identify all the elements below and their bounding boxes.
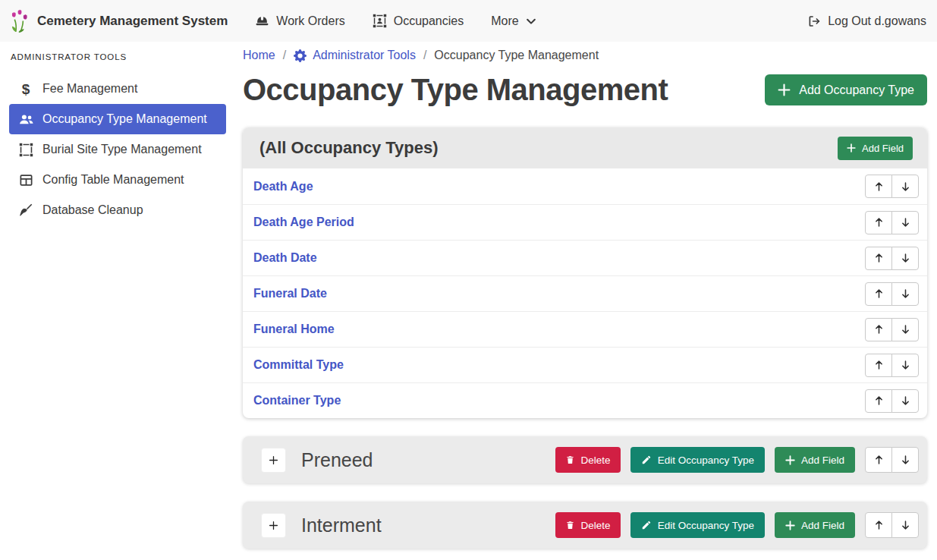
arrow-down-icon [901,360,910,370]
reorder-group [865,211,919,234]
add-field-label: Add Field [801,455,844,466]
trash-icon [565,455,575,465]
arrow-down-icon [901,253,910,263]
sidebar-item-label: Fee Management [42,82,137,96]
add-field-button[interactable]: Add Field [775,447,855,473]
reorder-group [865,389,919,413]
all-occupancy-types-header: (All Occupancy Types) Add Field [243,127,927,168]
move-up-button[interactable] [865,447,892,473]
broom-icon [15,203,36,218]
add-occupancy-type-label: Add Occupancy Type [799,83,914,97]
arrow-up-icon [874,181,884,192]
field-link-funeral-home[interactable]: Funeral Home [253,322,335,336]
plus-icon [785,455,795,465]
move-down-button[interactable] [891,447,919,473]
breadcrumb: Home / Administrator Tools / Occupancy T… [243,49,927,62]
field-link-death-age-period[interactable]: Death Age Period [253,216,354,229]
move-up-button[interactable] [865,211,892,234]
arrow-down-icon [901,217,910,228]
field-link-death-age[interactable]: Death Age [253,180,313,193]
arrow-down-icon [901,520,910,530]
field-row: Container Type [243,382,927,418]
occupancy-type-section-interment: Interment Delete Edit Occupancy Type Add… [243,502,927,549]
move-down-button[interactable] [891,512,919,538]
sidebar-item-label: Occupancy Type Management [42,112,207,126]
delete-label: Delete [581,520,611,531]
delete-button[interactable]: Delete [555,447,621,473]
section-title: Interment [301,514,546,536]
hard-hat-icon [255,14,269,28]
arrow-up-icon [874,288,884,299]
move-down-button[interactable] [891,282,919,306]
nav-work-orders-label: Work Orders [276,14,344,28]
field-link-funeral-date[interactable]: Funeral Date [253,287,327,300]
gear-icon [294,49,307,62]
add-field-button[interactable]: Add Field [775,512,855,538]
add-occupancy-type-button[interactable]: Add Occupancy Type [765,74,927,105]
sidebar-item-database-cleanup[interactable]: Database Cleanup [9,195,226,225]
reorder-group [865,354,919,377]
field-row: Death Age Period [243,204,927,240]
move-up-button[interactable] [865,354,892,377]
edit-occupancy-type-button[interactable]: Edit Occupancy Type [630,512,765,538]
reorder-group [865,247,919,270]
sidebar: ADMINISTRATOR TOOLS $ Fee Management Occ… [0,42,235,560]
move-up-button[interactable] [865,318,892,341]
move-up-button[interactable] [865,247,892,270]
sidebar-item-occupancy-type-management[interactable]: Occupancy Type Management [9,104,226,134]
arrow-down-icon [901,181,910,192]
field-link-committal-type[interactable]: Committal Type [253,358,344,372]
users-icon [15,112,36,127]
move-up-button[interactable] [865,175,892,198]
section-title: Preneed [301,449,546,471]
move-up-button[interactable] [865,512,892,538]
breadcrumb-home[interactable]: Home [243,49,275,62]
move-down-button[interactable] [891,354,919,377]
nav-work-orders[interactable]: Work Orders [255,14,344,28]
field-row: Committal Type [243,347,927,382]
arrow-down-icon [901,324,910,335]
move-down-button[interactable] [891,318,919,341]
sidebar-item-config-table-management[interactable]: Config Table Management [9,165,226,195]
move-down-button[interactable] [891,211,919,234]
breadcrumb-administrator-tools[interactable]: Administrator Tools [294,49,416,62]
sidebar-item-burial-site-type-management[interactable]: Burial Site Type Management [9,134,226,165]
edit-occupancy-type-button[interactable]: Edit Occupancy Type [630,447,765,473]
nav-occupancies-label: Occupancies [394,14,464,28]
expand-button[interactable] [261,448,286,473]
breadcrumb-separator: / [423,49,426,62]
expand-button[interactable] [261,513,286,538]
arrow-down-icon [901,455,910,465]
field-link-container-type[interactable]: Container Type [253,394,341,407]
arrow-up-icon [874,520,884,530]
move-down-button[interactable] [891,247,919,270]
field-row: Funeral Home [243,311,927,347]
logout-label: Log Out d.gowans [828,14,926,28]
app-brand[interactable]: Cemetery Management System [11,9,228,33]
arrow-down-icon [901,395,910,406]
move-up-button[interactable] [865,282,892,306]
nav-more[interactable]: More [491,14,536,28]
sidebar-heading: ADMINISTRATOR TOOLS [11,52,226,61]
pencil-icon [641,520,652,530]
occupancy-type-section-preneed: Preneed Delete Edit Occupancy Type Add F… [243,436,927,483]
move-down-button[interactable] [891,389,919,413]
sidebar-item-fee-management[interactable]: $ Fee Management [9,74,226,104]
reorder-group [865,282,919,306]
field-link-death-date[interactable]: Death Date [253,251,317,265]
arrow-up-icon [874,253,884,263]
add-field-button-all-types[interactable]: Add Field [838,137,913,160]
move-up-button[interactable] [865,389,892,413]
arrow-up-icon [874,217,884,228]
table-icon [15,173,36,187]
move-down-button[interactable] [891,175,919,198]
add-field-label: Add Field [801,520,844,531]
delete-label: Delete [581,455,611,466]
arrow-up-icon [874,455,884,465]
nav-occupancies[interactable]: Occupancies [373,14,464,28]
plus-icon [778,83,791,96]
edit-occupancy-type-label: Edit Occupancy Type [658,520,754,531]
logout-link[interactable]: Log Out d.gowans [807,14,926,28]
delete-button[interactable]: Delete [555,512,621,538]
field-row: Death Date [243,240,927,275]
